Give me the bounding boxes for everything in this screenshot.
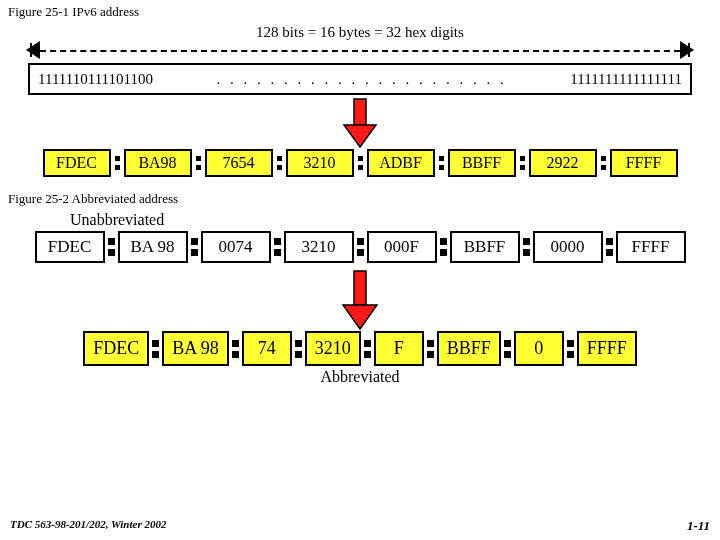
- hex-cell: FFFF: [616, 231, 686, 263]
- svg-rect-0: [354, 99, 366, 125]
- colon-icon: [438, 156, 445, 170]
- hex-cell: 3210: [305, 331, 361, 366]
- colon-icon: [426, 340, 435, 358]
- hex-cell: FDEC: [83, 331, 149, 366]
- hex-cell: BA 98: [162, 331, 229, 366]
- colon-icon: [522, 238, 531, 256]
- svg-marker-1: [344, 125, 376, 147]
- hex-cell: F: [374, 331, 424, 366]
- hex-cell: BA 98: [118, 231, 188, 263]
- hex-row-full: FDEC BA98 7654 3210 ADBF BBFF 2922 FFFF: [14, 149, 706, 177]
- hex-cell: 0: [514, 331, 564, 366]
- binary-box: 1111110111101100 . . . . . . . . . . . .…: [28, 63, 692, 95]
- hex-row-unabbreviated: FDEC BA 98 0074 3210 000F BBFF 0000 FFFF: [40, 231, 680, 263]
- tick-right: [688, 43, 690, 57]
- colon-icon: [114, 156, 121, 170]
- page-number: 1-11: [687, 518, 710, 534]
- figure-25-1-caption: Figure 25-1 IPv6 address: [0, 0, 720, 22]
- colon-icon: [363, 340, 372, 358]
- colon-icon: [519, 156, 526, 170]
- svg-marker-3: [343, 305, 377, 329]
- binary-ellipsis: . . . . . . . . . . . . . . . . . . . . …: [153, 71, 570, 88]
- colon-icon: [195, 156, 202, 170]
- hex-cell: 7654: [205, 149, 273, 177]
- figure-25-2-caption: Figure 25-2 Abbreviated address: [0, 187, 720, 209]
- hex-cell: FDEC: [43, 149, 111, 177]
- hex-cell: BBFF: [437, 331, 501, 366]
- arrow-right-icon: [680, 41, 694, 59]
- binary-right: 1111111111111111: [570, 71, 690, 88]
- hex-cell: 2922: [529, 149, 597, 177]
- abbreviated-label: Abbreviated: [0, 368, 720, 386]
- hex-cell: BBFF: [448, 149, 516, 177]
- colon-icon: [151, 340, 160, 358]
- down-arrow-2: [0, 269, 720, 331]
- colon-icon: [566, 340, 575, 358]
- hex-cell: 3210: [286, 149, 354, 177]
- hex-cell: BA98: [124, 149, 192, 177]
- hex-cell: FFFF: [610, 149, 678, 177]
- colon-icon: [357, 156, 364, 170]
- colon-icon: [276, 156, 283, 170]
- hex-cell: FFFF: [577, 331, 637, 366]
- hex-cell: 74: [242, 331, 292, 366]
- footer: TDC 563-98-201/202, Winter 2002 1-11: [0, 518, 720, 534]
- down-arrow-1: [0, 97, 720, 149]
- colon-icon: [273, 238, 282, 256]
- footer-left: TDC 563-98-201/202, Winter 2002: [10, 518, 166, 534]
- binary-left: 1111110111101100: [38, 71, 153, 88]
- colon-icon: [190, 238, 199, 256]
- colon-icon: [605, 238, 614, 256]
- hex-cell: 3210: [284, 231, 354, 263]
- colon-icon: [356, 238, 365, 256]
- colon-icon: [503, 340, 512, 358]
- arrow-down-icon: [337, 269, 383, 331]
- hex-cell: 0074: [201, 231, 271, 263]
- colon-icon: [294, 340, 303, 358]
- arrow-down-icon: [338, 97, 382, 149]
- dashed-span: [30, 50, 690, 52]
- hex-cell: BBFF: [450, 231, 520, 263]
- bit-length-label: 128 bits = 16 bytes = 32 hex digits: [0, 24, 720, 41]
- unabbreviated-label: Unabbreviated: [0, 211, 720, 229]
- hex-cell: ADBF: [367, 149, 435, 177]
- colon-icon: [600, 156, 607, 170]
- hex-cell: 0000: [533, 231, 603, 263]
- colon-icon: [439, 238, 448, 256]
- tick-left: [30, 43, 32, 57]
- hex-cell: FDEC: [35, 231, 105, 263]
- hex-row-abbreviated: FDEC BA 98 74 3210 F BBFF 0 FFFF: [40, 331, 680, 366]
- colon-icon: [231, 340, 240, 358]
- colon-icon: [107, 238, 116, 256]
- svg-rect-2: [354, 271, 366, 305]
- dimension-line: [30, 41, 690, 59]
- hex-cell: 000F: [367, 231, 437, 263]
